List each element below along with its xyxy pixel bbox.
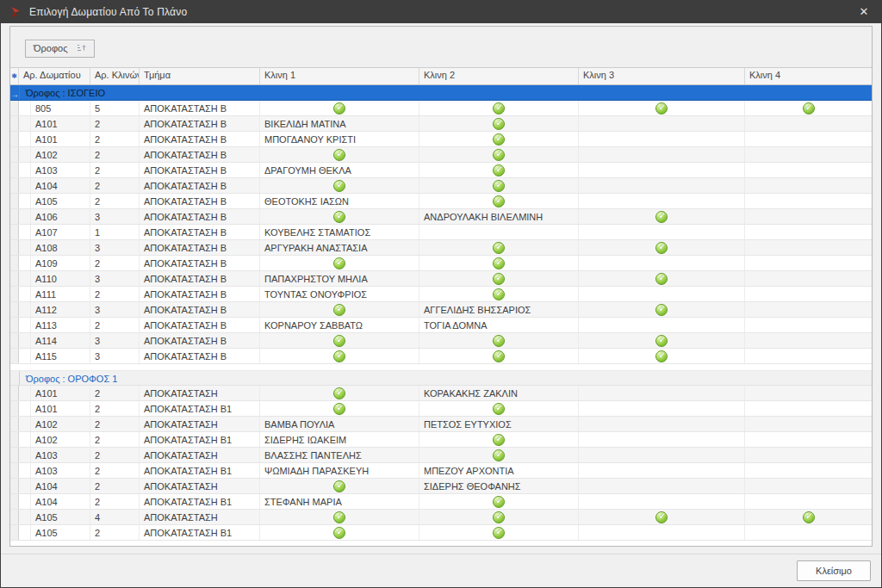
room-row[interactable]: A1071ΑΠΟΚΑΤΑΣΤΑΣΗ ΒΚΟΥΒΕΛΗΣ ΣΤΑΜΑΤΙΟΣ	[10, 225, 872, 240]
room-row[interactable]: A1132ΑΠΟΚΑΤΑΣΤΑΣΗ ΒΚΟΡΝΑΡΟΥ ΣΑΒΒΑΤΩΤΟΓΙΑ…	[10, 318, 872, 333]
bed-count-cell: 2	[90, 417, 140, 431]
room-row[interactable]: A1012ΑΠΟΚΑΤΑΣΤΑΣΗ ΒΜΠΟΓΔΑΝΟΥ ΚΡΙΣΤΙ	[10, 132, 872, 147]
bed-2-cell	[419, 256, 579, 270]
bed-2-cell	[419, 194, 579, 208]
room-row[interactable]: A1112ΑΠΟΚΑΤΑΣΤΑΣΗ ΒΤΟΥΝΤΑΣ ΟΝΟΥΦΡΙΟΣ	[10, 287, 872, 302]
room-row[interactable]: A1052ΑΠΟΚΑΤΑΣΤΑΣΗ ΒΘΕΟΤΟΚΗΣ ΙΑΣΩΝ	[10, 194, 872, 209]
bed-3-cell	[579, 417, 745, 431]
room-row[interactable]: A1042ΑΠΟΚΑΤΑΣΤΑΣΗ Β1ΣΤΕΦΑΝΗ ΜΑΡΙΑ	[10, 494, 872, 510]
group-row[interactable]: Όροφος : ΟΡΟΦΟΣ 1	[10, 370, 872, 386]
room-row[interactable]: A1103ΑΠΟΚΑΤΑΣΤΑΣΗ ΒΠΑΠΑΧΡΗΣΤΟΥ ΜΗΛΙΑ	[10, 271, 872, 287]
department-cell: ΑΠΟΚΑΤΑΣΤΑΣΗ	[140, 417, 260, 431]
bed-4-cell	[745, 287, 872, 301]
grid-rows-area: Όροφος : ΙΣΟΓΕΙΟ8055ΑΠΟΚΑΤΑΣΤΑΣΗ ΒA1012Α…	[10, 85, 872, 546]
rooms-grid: Όροφος Αρ. ΔωματίουΑρ. ΚλινώνΤμήμαΚλινη …	[9, 26, 873, 547]
bed-1-cell	[260, 525, 419, 540]
room-row[interactable]: A1032ΑΠΟΚΑΤΑΣΤΑΣΗ Β1ΨΩΜΙΑΔΗ ΠΑΡΑΣΚΕΥΗΜΠΕ…	[10, 463, 872, 479]
room-row[interactable]: 8055ΑΠΟΚΑΤΑΣΤΑΣΗ Β	[10, 101, 872, 116]
room-row[interactable]: A1022ΑΠΟΚΑΤΑΣΤΑΣΗ Β	[10, 147, 872, 163]
bed-count-cell: 2	[90, 287, 140, 301]
column-header-3[interactable]: Τμήμα	[140, 68, 260, 84]
close-icon[interactable]	[854, 0, 874, 23]
group-indent-cell	[19, 386, 31, 400]
column-header-6[interactable]: Κλινη 3	[579, 68, 745, 84]
group-indent-cell	[19, 349, 31, 363]
bed-1-cell: ΜΠΟΓΔΑΝΟΥ ΚΡΙΣΤΙ	[260, 132, 419, 146]
group-indent-cell	[19, 525, 31, 540]
room-number-cell: A103	[31, 163, 90, 177]
check-icon	[333, 511, 345, 523]
room-number-cell: A105	[31, 194, 90, 208]
column-header-row: Αρ. ΔωματίουΑρ. ΚλινώνΤμήμαΚλινη 1Κλινη …	[10, 68, 872, 85]
bed-count-cell: 2	[90, 163, 140, 177]
title-bar: Επιλογή Δωματίου Από Το Πλάνο	[1, 0, 881, 23]
room-row[interactable]: A1042ΑΠΟΚΑΤΑΣΤΑΣΗ Β	[10, 178, 872, 194]
row-indicator-cell	[10, 479, 19, 493]
row-indicator-cell	[10, 302, 19, 317]
column-header-4[interactable]: Κλινη 1	[260, 68, 419, 84]
bed-4-cell	[745, 302, 872, 317]
room-row[interactable]: A1022ΑΠΟΚΑΤΑΣΤΑΣΗΒΑΜΒΑ ΠΟΥΛΙΑΠΕΤΣΟΣ ΕΥΤΥ…	[10, 417, 872, 432]
room-row[interactable]: A1032ΑΠΟΚΑΤΑΣΤΑΣΗΒΛΑΣΣΗΣ ΠΑΝΤΕΛΗΣ	[10, 448, 872, 463]
group-indent-cell	[19, 302, 31, 317]
room-row[interactable]: A1012ΑΠΟΚΑΤΑΣΤΑΣΗΚΟΡΑΚΑΚΗΣ ΖΑΚΛΙΝ	[10, 386, 872, 401]
department-cell: ΑΠΟΚΑΤΑΣΤΑΣΗ Β	[140, 225, 260, 239]
dialog-content: Όροφος Αρ. ΔωματίουΑρ. ΚλινώνΤμήμαΚλινη …	[1, 23, 881, 554]
room-row[interactable]: A1012ΑΠΟΚΑΤΑΣΤΑΣΗ ΒΒΙΚΕΛΙΔΗ ΜΑΤΙΝΑ	[10, 116, 872, 132]
bed-4-cell	[745, 271, 872, 286]
group-by-chip-floor[interactable]: Όροφος	[25, 40, 95, 58]
close-button[interactable]: Κλείσιμο	[797, 560, 871, 581]
department-cell: ΑΠΟΚΑΤΑΣΤΑΣΗ Β	[140, 333, 260, 348]
room-row[interactable]: A1042ΑΠΟΚΑΤΑΣΤΑΣΗΣΙΔΕΡΗΣ ΘΕΟΦΑΝΗΣ	[10, 479, 872, 494]
column-header-7[interactable]: Κλινη 4	[745, 68, 872, 84]
group-row-selected[interactable]: Όροφος : ΙΣΟΓΕΙΟ	[10, 85, 872, 101]
check-icon	[493, 118, 505, 130]
bed-3-cell	[579, 178, 745, 193]
check-icon	[333, 180, 345, 192]
check-icon	[493, 149, 505, 161]
bed-2-cell	[419, 101, 579, 115]
group-indent-cell	[19, 479, 31, 493]
room-row[interactable]: A1052ΑΠΟΚΑΤΑΣΤΑΣΗ Β1	[10, 525, 872, 541]
room-row[interactable]: A1032ΑΠΟΚΑΤΑΣΤΑΣΗ ΒΔΡΑΓΟΥΜΗ ΘΕΚΛΑ	[10, 163, 872, 178]
department-cell: ΑΠΟΚΑΤΑΣΤΑΣΗ Β	[140, 132, 260, 146]
room-row[interactable]: A1012ΑΠΟΚΑΤΑΣΤΑΣΗ Β1	[10, 401, 872, 417]
department-cell: ΑΠΟΚΑΤΑΣΤΑΣΗ Β	[140, 318, 260, 332]
room-row[interactable]: A1063ΑΠΟΚΑΤΑΣΤΑΣΗ ΒΑΝΔΡΟΥΛΑΚΗ ΒΙΛΕΛΜΙΝΗ	[10, 209, 872, 225]
room-row[interactable]: A1054ΑΠΟΚΑΤΑΣΤΑΣΗ	[10, 510, 872, 525]
arrow-right-icon	[10, 90, 19, 99]
room-number-cell: A101	[31, 401, 90, 416]
group-indent-cell	[19, 132, 31, 146]
room-row[interactable]: A1083ΑΠΟΚΑΤΑΣΤΑΣΗ ΒΑΡΓΥΡΑΚΗ ΑΝΑΣΤΑΣΙΑ	[10, 240, 872, 256]
bed-4-cell	[745, 116, 872, 131]
department-cell: ΑΠΟΚΑΤΑΣΤΑΣΗ Β1	[140, 401, 260, 416]
check-icon	[493, 102, 505, 115]
column-header-2[interactable]: Αρ. Κλινών	[90, 68, 140, 84]
bed-3-cell	[579, 271, 745, 286]
check-icon	[493, 133, 505, 145]
bed-4-cell	[745, 178, 872, 193]
bed-2-cell	[419, 333, 579, 348]
department-cell: ΑΠΟΚΑΤΑΣΤΑΣΗ	[140, 510, 260, 524]
row-indicator-cell	[10, 163, 19, 177]
check-icon	[493, 242, 505, 254]
room-row[interactable]: A1123ΑΠΟΚΑΤΑΣΤΑΣΗ ΒΑΓΓΕΛΙΔΗΣ ΒΗΣΣΑΡΙΟΣ	[10, 302, 872, 318]
room-row[interactable]: A1153ΑΠΟΚΑΤΑΣΤΑΣΗ Β	[10, 349, 872, 364]
bed-1-cell: ΣΤΕΦΑΝΗ ΜΑΡΙΑ	[260, 494, 419, 509]
bed-1-cell	[260, 479, 419, 493]
check-icon	[333, 149, 345, 161]
bed-1-cell: ΚΟΥΒΕΛΗΣ ΣΤΑΜΑΤΙΟΣ	[260, 225, 419, 239]
bed-1-cell: ΒΛΑΣΣΗΣ ΠΑΝΤΕΛΗΣ	[260, 448, 419, 462]
window-title: Επιλογή Δωματίου Από Το Πλάνο	[29, 6, 187, 18]
room-row[interactable]: A1143ΑΠΟΚΑΤΑΣΤΑΣΗ Β	[10, 333, 872, 349]
group-indent-cell	[19, 448, 31, 462]
group-by-panel[interactable]: Όροφος	[10, 27, 872, 68]
column-header-1[interactable]: Αρ. Δωματίου	[19, 68, 90, 84]
room-row[interactable]: A1022ΑΠΟΚΑΤΑΣΤΑΣΗ Β1ΣΙΔΕΡΗΣ ΙΩΑΚΕΙΜ	[10, 432, 872, 448]
room-row[interactable]: A1092ΑΠΟΚΑΤΑΣΤΑΣΗ Β	[10, 256, 872, 271]
bed-3-cell	[579, 463, 745, 478]
room-number-cell: A105	[31, 510, 90, 524]
column-header-5[interactable]: Κλινη 2	[419, 68, 579, 84]
room-number-cell: A101	[31, 116, 90, 131]
check-icon	[655, 273, 668, 285]
